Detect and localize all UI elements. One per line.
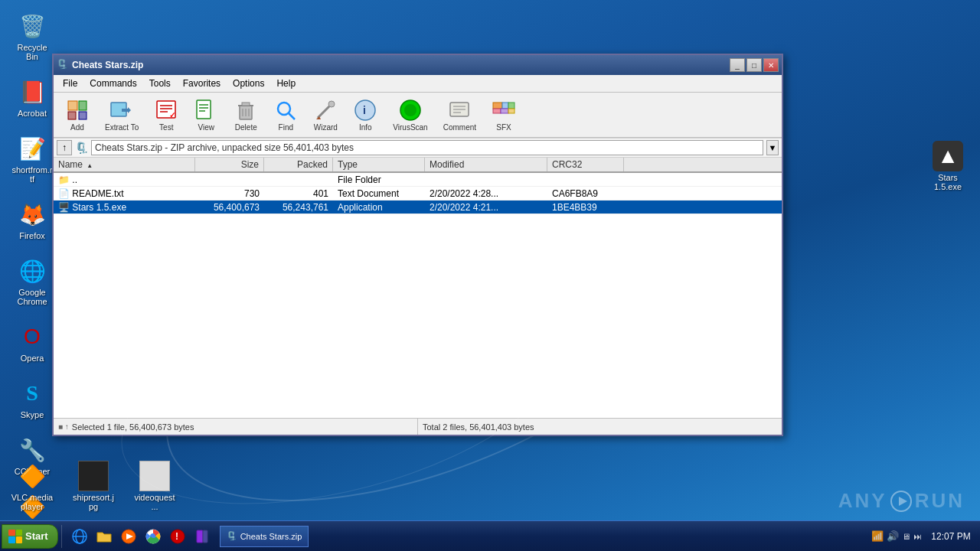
toolbar-sfx[interactable]: SFX xyxy=(485,96,523,134)
toolbar-view[interactable]: View xyxy=(187,96,225,134)
toolbar-wizard[interactable]: Wizard xyxy=(306,96,345,134)
vlc-bottom-label: VLC media player xyxy=(11,493,54,511)
minimize-button[interactable]: _ xyxy=(730,58,745,72)
desktop-icon-chrome[interactable]: 🌐 Google Chrome xyxy=(8,253,57,309)
windows-logo xyxy=(8,530,22,543)
svg-point-29 xyxy=(404,104,416,116)
systray-network-icon[interactable]: 📶 xyxy=(871,530,884,542)
clock[interactable]: 12:07 PM xyxy=(928,531,974,542)
column-header-packed[interactable]: Packed xyxy=(264,158,333,171)
stars-exe-icon: ▲ xyxy=(933,141,963,171)
acrobat-icon: 📕 xyxy=(17,77,47,107)
navigate-up-button[interactable]: ↑ xyxy=(57,140,72,155)
toolbar-find[interactable]: Find xyxy=(266,96,305,134)
systray-volume-icon[interactable]: 🔊 xyxy=(887,530,899,542)
taskbar-active-winrar[interactable]: 🗜️ Cheats Stars.zip xyxy=(220,526,309,547)
column-header-type[interactable]: Type xyxy=(333,158,425,171)
table-row[interactable]: 🖥️ Stars 1.5.exe 56,400,673 56,243,761 A… xyxy=(54,201,782,214)
skype-label: Skype xyxy=(21,410,44,419)
toolbar-extract-to[interactable]: Extract To xyxy=(98,96,145,134)
toolbar-add[interactable]: Add xyxy=(58,96,96,134)
toolbar-info[interactable]: i Info xyxy=(346,96,384,134)
add-icon xyxy=(65,98,90,122)
menu-file[interactable]: File xyxy=(57,77,83,90)
winrar-window: 🗜️ Cheats Stars.zip _ □ ✕ File Commands … xyxy=(52,54,783,436)
winrar-title-icon: 🗜️ xyxy=(57,59,69,71)
table-row[interactable]: 📄 README.txt 730 401 Text Document 2/20/… xyxy=(54,187,782,201)
svg-point-21 xyxy=(278,103,290,115)
file-modified: 2/20/2022 4:28... xyxy=(425,187,547,200)
file-crc32: CA6FB8A9 xyxy=(547,187,624,200)
taskbar-winrar[interactable] xyxy=(191,525,214,548)
file-type: Application xyxy=(333,201,425,214)
column-header-crc32[interactable]: CRC32 xyxy=(547,158,624,171)
taskbar-chrome[interactable] xyxy=(142,525,165,548)
desktop-icon-shipresort[interactable]: shipresort.jpg xyxy=(69,458,118,514)
desktop-icon-opera[interactable]: O Opera xyxy=(8,318,57,366)
svg-rect-35 xyxy=(502,103,508,109)
desktop-icons-right: ▲ Stars 1.5.exe xyxy=(923,138,972,194)
find-label: Find xyxy=(279,123,293,132)
menu-tools[interactable]: Tools xyxy=(143,77,177,90)
systray-display-icon[interactable]: 🖥 xyxy=(902,532,910,541)
desktop-shortcuts-bottom: 🔶 VLC media player shipresort.jpg videoq… xyxy=(8,458,179,514)
title-bar: 🗜️ Cheats Stars.zip _ □ ✕ xyxy=(54,55,782,75)
svg-rect-11 xyxy=(197,100,211,119)
start-button[interactable]: Start xyxy=(2,524,58,549)
taskbar-security[interactable]: ! xyxy=(166,525,189,548)
desktop-icon-stars-exe[interactable]: ▲ Stars 1.5.exe xyxy=(923,138,972,194)
toolbar-delete[interactable]: Delete xyxy=(227,96,265,134)
toolbar-test[interactable]: ✓ Test xyxy=(147,96,185,134)
address-dropdown-button[interactable]: ▼ xyxy=(766,140,779,155)
menu-options[interactable]: Options xyxy=(227,77,270,90)
desktop-icon-recycle-bin[interactable]: 🗑️ Recycle Bin xyxy=(8,8,57,64)
taskbar: Start xyxy=(0,520,980,551)
vlc-bottom-icon: 🔶 xyxy=(17,461,47,491)
taskbar-ie[interactable] xyxy=(68,525,91,548)
menu-favorites[interactable]: Favorites xyxy=(177,77,227,90)
file-modified xyxy=(425,179,547,181)
svg-rect-39 xyxy=(508,109,514,113)
taskbar-winrar-icon: 🗜️ xyxy=(227,531,237,541)
desktop-icon-skype[interactable]: S Skype xyxy=(8,375,57,422)
desktop-icon-videoquest[interactable]: videoquest... xyxy=(130,458,179,514)
view-icon xyxy=(194,98,218,122)
systray-media-icon[interactable]: ⏭ xyxy=(913,532,922,541)
wizard-label: Wizard xyxy=(314,123,338,132)
delete-label: Delete xyxy=(235,123,257,132)
maximize-button[interactable]: □ xyxy=(746,58,762,72)
svg-marker-41 xyxy=(899,497,907,506)
desktop-icon-shortfrom[interactable]: 📝 shortfrom.rtf xyxy=(8,130,57,187)
table-row[interactable]: 📁 .. File Folder xyxy=(54,173,782,187)
svg-text:!: ! xyxy=(175,531,178,542)
toolbar: Add Extract To xyxy=(54,93,782,138)
file-type: File Folder xyxy=(333,174,425,186)
column-header-size[interactable]: Size xyxy=(195,158,264,171)
folder-icon-parent: 📁 xyxy=(58,174,70,185)
toolbar-virusscan[interactable]: VirusScan xyxy=(386,96,434,134)
taskbar-app-icons: ! xyxy=(68,525,214,548)
status-left-text: Selected 1 file, 56,400,673 bytes xyxy=(72,422,194,432)
desktop-icon-firefox[interactable]: 🦊 Firefox xyxy=(8,196,57,243)
comment-label: Comment xyxy=(443,123,476,132)
svg-rect-36 xyxy=(508,103,514,109)
taskbar-folder[interactable] xyxy=(93,525,116,548)
svg-rect-34 xyxy=(493,103,502,109)
menu-commands[interactable]: Commands xyxy=(83,77,142,90)
close-button[interactable]: ✕ xyxy=(763,58,779,72)
sfx-label: SFX xyxy=(496,123,511,132)
desktop-icon-vlc-bottom[interactable]: 🔶 VLC media player xyxy=(8,458,57,514)
taskbar-media[interactable] xyxy=(117,525,140,548)
menu-help[interactable]: Help xyxy=(270,77,302,90)
column-header-modified[interactable]: Modified xyxy=(425,158,547,171)
txt-file-icon: 📄 xyxy=(58,188,70,199)
desktop-icon-acrobat[interactable]: 📕 Acrobat xyxy=(8,73,57,121)
toolbar-comment[interactable]: Comment xyxy=(436,96,483,134)
column-header-name[interactable]: Name ▲ xyxy=(54,158,195,171)
file-name: 📄 README.txt xyxy=(54,187,195,200)
chrome-label: Google Chrome xyxy=(11,288,54,306)
videoquest-label: videoquest... xyxy=(133,493,176,511)
file-name: 🖥️ Stars 1.5.exe xyxy=(54,201,195,214)
status-right-text: Total 2 files, 56,401,403 bytes xyxy=(423,422,534,432)
file-size xyxy=(195,179,264,181)
